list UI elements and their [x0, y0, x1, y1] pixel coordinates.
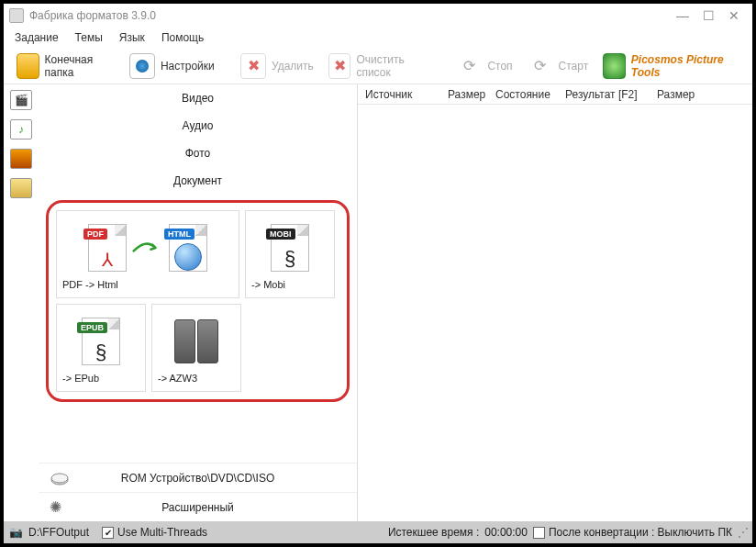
maximize-button[interactable]: ☐ — [695, 8, 721, 23]
epub-doc-icon: EPUB § — [82, 318, 120, 365]
menu-skins[interactable]: Темы — [75, 31, 103, 44]
picosmos-button[interactable]: Picosmos Picture Tools — [595, 51, 747, 81]
titlebar: Фабрика форматов 3.9.0 — ☐ ✕ — [4, 4, 752, 28]
bottom-options: ROM Устройство\DVD\CD\ISO ✺ Расширенный — [39, 463, 357, 521]
left-sidebar: 🎬 ♪ — [4, 84, 39, 521]
tile-art — [158, 310, 235, 373]
tile-mobi[interactable]: MOBI § -> Mobi — [245, 210, 335, 298]
cat-audio[interactable]: Аудио — [39, 112, 357, 140]
options-label: Настройки — [161, 60, 215, 73]
options-button[interactable]: Настройки — [122, 51, 222, 81]
start-icon: ⟳ — [528, 53, 553, 79]
tile-label: -> AZW3 — [158, 373, 235, 387]
tiles-highlight: PDF ⅄ HTML — [46, 200, 350, 402]
advanced-label: Расширенный — [161, 501, 234, 514]
tile-pdf-to-html[interactable]: PDF ⅄ HTML — [56, 210, 239, 298]
remove-icon: ✖ — [240, 53, 266, 79]
pdf-doc-icon: PDF ⅄ — [88, 224, 127, 272]
stop-label: Стоп — [487, 60, 512, 73]
stop-button[interactable]: ⟳ Стоп — [449, 51, 519, 81]
tile-azw3[interactable]: -> AZW3 — [151, 304, 241, 392]
tile-label: PDF -> Html — [62, 279, 233, 294]
statusbar: 📷 D:\FFOutput ✔ Use Multi-Threads Истекш… — [4, 521, 752, 543]
tile-art: MOBI § — [251, 217, 328, 279]
table-header: Источник Размер Состояние Результат [F2]… — [358, 84, 752, 105]
clear-button[interactable]: ✖ Очистить список — [321, 51, 438, 81]
sidebar-video-icon[interactable]: 🎬 — [10, 90, 32, 110]
menubar: Задание Темы Язык Помощь — [4, 28, 752, 48]
html-doc-icon: HTML — [169, 224, 207, 272]
tile-epub[interactable]: EPUB § -> EPub — [56, 304, 146, 392]
mid-panel: Видео Аудио Фото Документ PDF ⅄ — [39, 84, 358, 521]
kindle-icon — [174, 319, 218, 363]
close-button[interactable]: ✕ — [721, 8, 747, 23]
sidebar-audio-icon[interactable]: ♪ — [10, 119, 32, 140]
menu-task[interactable]: Задание — [15, 31, 59, 44]
tile-label: -> EPub — [62, 373, 139, 387]
sidebar-photo-icon[interactable] — [10, 149, 32, 169]
folder-icon — [17, 53, 39, 79]
tiles-grid: PDF ⅄ HTML — [56, 210, 339, 392]
advanced-row[interactable]: ✺ Расширенный — [39, 492, 357, 521]
after-label[interactable]: После конвертации : Выключить ПК — [549, 526, 732, 539]
col-source[interactable]: Источник — [358, 88, 440, 101]
menu-lang[interactable]: Язык — [119, 31, 145, 44]
sidebar-doc-icon[interactable] — [10, 178, 32, 198]
svg-point-1 — [51, 474, 68, 483]
minimize-button[interactable]: — — [670, 8, 695, 23]
body: 🎬 ♪ Видео Аудио Фото Документ — [4, 84, 752, 521]
rom-label: ROM Устройство\DVD\CD\ISO — [121, 472, 274, 485]
toolbar: Конечная папка Настройки ✖ Удалить ✖ Очи… — [4, 48, 752, 84]
output-path-icon[interactable]: 📷 — [9, 526, 23, 539]
arrow-icon — [132, 239, 163, 257]
remove-button[interactable]: ✖ Удалить — [233, 51, 321, 81]
gear-icon — [129, 53, 155, 79]
resize-grip[interactable]: ⋰ — [738, 526, 747, 539]
output-folder-label: Конечная папка — [45, 53, 115, 79]
start-button[interactable]: ⟳ Старт — [520, 51, 596, 81]
mobi-badge: MOBI — [266, 229, 295, 240]
menu-help[interactable]: Помощь — [161, 31, 204, 44]
col-state[interactable]: Состояние — [488, 88, 558, 101]
tile-label: -> Mobi — [251, 279, 328, 294]
app-icon — [9, 8, 24, 23]
col-result[interactable]: Результат [F2] — [558, 88, 650, 101]
col-size2[interactable]: Размер — [650, 88, 703, 101]
cat-doc[interactable]: Документ — [39, 167, 357, 195]
elapsed-label: Истекшее время : — [388, 526, 479, 539]
pdf-badge: PDF — [83, 229, 107, 240]
after-checkbox[interactable] — [533, 527, 545, 539]
rom-device-row[interactable]: ROM Устройство\DVD\CD\ISO — [39, 463, 357, 492]
epub-badge: EPUB — [77, 322, 107, 333]
snake-icon: § — [95, 340, 106, 364]
category-list: Видео Аудио Фото Документ — [39, 84, 357, 195]
mobi-doc-icon: MOBI § — [271, 224, 309, 272]
tile-art: EPUB § — [62, 310, 139, 373]
clear-label: Очистить список — [356, 53, 430, 79]
cat-video[interactable]: Видео — [39, 84, 357, 112]
globe-icon — [174, 243, 202, 271]
window-title: Фабрика форматов 3.9.0 — [29, 9, 670, 22]
output-path[interactable]: D:\FFOutput — [28, 526, 89, 539]
tile-art: PDF ⅄ HTML — [62, 217, 233, 279]
cat-photo[interactable]: Фото — [39, 140, 357, 167]
html-badge: HTML — [164, 229, 195, 240]
app-window: Фабрика форматов 3.9.0 — ☐ ✕ Задание Тем… — [0, 0, 756, 547]
stop-icon: ⟳ — [456, 53, 482, 79]
threads-label[interactable]: Use Multi-Threads — [117, 526, 207, 539]
start-label: Старт — [559, 60, 589, 73]
output-folder-button[interactable]: Конечная папка — [9, 51, 122, 81]
reel-icon: ✺ — [50, 498, 70, 517]
right-panel: Источник Размер Состояние Результат [F2]… — [358, 84, 752, 521]
threads-checkbox[interactable]: ✔ — [102, 527, 114, 539]
remove-label: Удалить — [272, 60, 314, 73]
snake-icon: § — [284, 247, 295, 271]
col-size[interactable]: Размер — [440, 88, 488, 101]
picosmos-label: Picosmos Picture Tools — [631, 53, 739, 79]
elapsed-value: 00:00:00 — [484, 526, 528, 539]
table-body[interactable] — [358, 105, 752, 521]
drive-icon — [50, 469, 70, 487]
clear-icon: ✖ — [328, 53, 351, 79]
magnifier-icon — [603, 53, 626, 79]
